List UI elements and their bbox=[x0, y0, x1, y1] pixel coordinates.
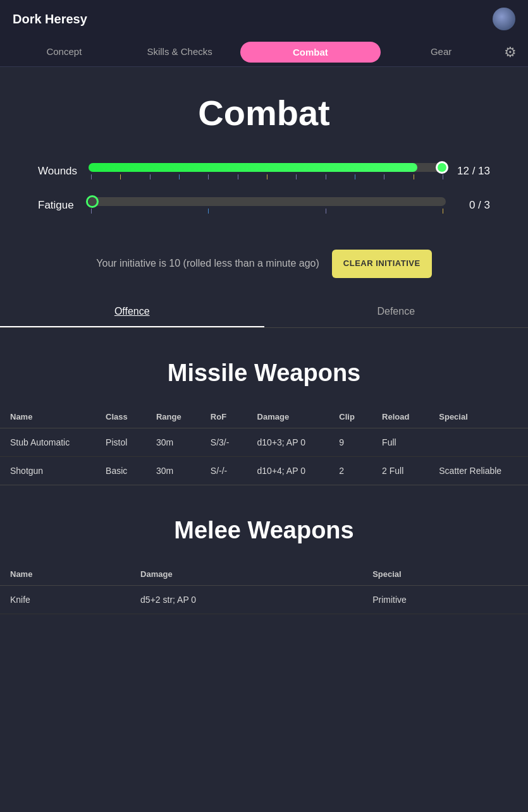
weapon-damage: d10+4; AP 0 bbox=[247, 456, 329, 485]
melee-weapons-table: Name Damage Special Knife d5+2 str; AP 0… bbox=[0, 563, 528, 614]
wounds-row: Wounds 12 / bbox=[38, 159, 490, 184]
weapon-special: Scatter Reliable bbox=[429, 456, 528, 485]
col-clip: Clip bbox=[329, 406, 372, 428]
stats-section: Wounds 12 / bbox=[0, 152, 528, 239]
fatigue-row: Fatigue 0 / 3 bbox=[38, 193, 490, 218]
wounds-track bbox=[89, 163, 446, 172]
fatigue-ticks bbox=[89, 209, 446, 214]
weapon-range: 30m bbox=[146, 456, 200, 485]
avatar[interactable] bbox=[493, 8, 515, 30]
table-row: Shotgun Basic 30m S/-/- d10+4; AP 0 2 2 … bbox=[0, 456, 528, 485]
weapon-special bbox=[429, 428, 528, 456]
missile-weapons-title: Missile Weapons bbox=[0, 328, 528, 406]
missile-table-header-row: Name Class Range RoF Damage Clip Reload … bbox=[0, 406, 528, 428]
missile-weapons-table: Name Class Range RoF Damage Clip Reload … bbox=[0, 406, 528, 485]
weapon-range: 30m bbox=[146, 428, 200, 456]
wounds-ticks bbox=[89, 174, 446, 179]
col-special: Special bbox=[429, 406, 528, 428]
col-class: Class bbox=[95, 406, 146, 428]
app-title: Dork Heresy bbox=[13, 12, 87, 27]
tab-skills[interactable]: Skills & Checks bbox=[122, 39, 238, 66]
initiative-bar: Your initiative is 10 (rolled less than … bbox=[0, 239, 528, 297]
col-range: Range bbox=[146, 406, 200, 428]
fatigue-value: 0 / 3 bbox=[446, 199, 490, 212]
weapon-clip: 2 bbox=[329, 456, 372, 485]
melee-col-name: Name bbox=[0, 563, 130, 586]
wounds-fill bbox=[89, 163, 417, 172]
fatigue-thumb bbox=[86, 195, 99, 208]
col-name: Name bbox=[0, 406, 95, 428]
tab-concept[interactable]: Concept bbox=[6, 39, 122, 66]
weapon-reload: 2 Full bbox=[372, 456, 429, 485]
tab-gear[interactable]: Gear bbox=[383, 39, 499, 66]
weapon-clip: 9 bbox=[329, 428, 372, 456]
main-nav: Concept Skills & Checks Combat Gear ⚙ bbox=[0, 38, 528, 67]
table-row: Knife d5+2 str; AP 0 Primitive bbox=[0, 585, 528, 614]
col-reload: Reload bbox=[372, 406, 429, 428]
melee-weapon-damage: d5+2 str; AP 0 bbox=[130, 585, 362, 614]
weapon-name: Shotgun bbox=[0, 456, 95, 485]
melee-weapon-name: Knife bbox=[0, 585, 130, 614]
sub-tabs: Offence Defence bbox=[0, 297, 528, 328]
wounds-slider[interactable] bbox=[89, 159, 446, 184]
melee-table-header-row: Name Damage Special bbox=[0, 563, 528, 586]
weapon-rof: S/-/- bbox=[200, 456, 247, 485]
weapon-class: Basic bbox=[95, 456, 146, 485]
weapon-damage: d10+3; AP 0 bbox=[247, 428, 329, 456]
header: Dork Heresy bbox=[0, 0, 528, 38]
weapon-reload: Full bbox=[372, 428, 429, 456]
weapon-class: Pistol bbox=[95, 428, 146, 456]
fatigue-track bbox=[89, 197, 446, 206]
sub-tab-defence[interactable]: Defence bbox=[264, 297, 529, 327]
col-rof: RoF bbox=[200, 406, 247, 428]
melee-weapon-special: Primitive bbox=[362, 585, 528, 614]
weapon-name: Stub Automatic bbox=[0, 428, 95, 456]
table-row: Stub Automatic Pistol 30m S/3/- d10+3; A… bbox=[0, 428, 528, 456]
tab-combat[interactable]: Combat bbox=[240, 42, 381, 63]
gear-icon[interactable]: ⚙ bbox=[499, 39, 522, 66]
fatigue-label: Fatigue bbox=[38, 199, 89, 212]
col-damage: Damage bbox=[247, 406, 329, 428]
sub-tab-offence[interactable]: Offence bbox=[0, 297, 264, 327]
wounds-thumb bbox=[436, 161, 448, 174]
wounds-value: 12 / 13 bbox=[446, 165, 490, 178]
melee-col-damage: Damage bbox=[130, 563, 362, 586]
page-title: Combat bbox=[0, 67, 528, 152]
clear-initiative-button[interactable]: CLEAR INITIATIVE bbox=[332, 250, 432, 278]
melee-weapons-title: Melee Weapons bbox=[0, 485, 528, 563]
weapon-rof: S/3/- bbox=[200, 428, 247, 456]
wounds-label: Wounds bbox=[38, 165, 89, 178]
fatigue-slider[interactable] bbox=[89, 193, 446, 218]
melee-col-special: Special bbox=[362, 563, 528, 586]
initiative-text: Your initiative is 10 (rolled less than … bbox=[96, 258, 319, 269]
